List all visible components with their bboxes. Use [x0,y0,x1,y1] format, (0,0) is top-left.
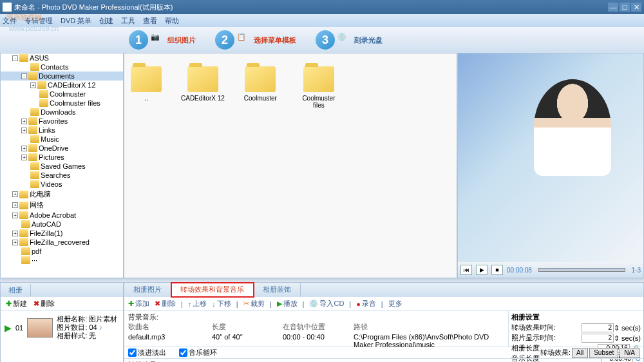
trans-na-button[interactable]: N/A [620,348,639,358]
play-button[interactable]: ▶ [476,265,488,275]
menu-file[interactable]: 文件 [3,16,17,26]
tree-item[interactable]: +FileZilla(1) [1,229,123,238]
loop-checkbox[interactable]: 音乐循环 [179,348,217,357]
move-down-button[interactable]: ↓下移 [212,299,231,309]
tree-item[interactable]: Downloads [1,108,123,117]
template-icon: 📋 [237,33,251,47]
col-position: 在音轨中位置 [283,322,354,332]
stop-button[interactable]: ■ [491,265,503,275]
step-bar: 1📷组织图片 2📋选择菜单模板 3💿刻录光盘 [0,27,644,53]
new-album-button[interactable]: ✚新建 [6,299,27,309]
window-title: 未命名 - Photo DVD Maker Professional(试用版本) [14,3,608,12]
delete-album-button[interactable]: ✖删除 [33,299,55,309]
menu-view[interactable]: 查看 [143,16,157,26]
tree-item[interactable]: +网络 [1,200,123,211]
step-burn[interactable]: 3💿刻录光盘 [316,30,383,50]
folder-icon [21,256,30,264]
album-item[interactable]: ▶ 01 相册名称: 图片素材 图片数目: 04 ♪ 相册样式: 无 [3,314,120,341]
step-template[interactable]: 2📋选择菜单模板 [215,30,296,50]
tree-item[interactable]: -Documents [1,71,123,81]
tree-item[interactable]: +Links [1,126,123,135]
folder-item[interactable]: Coolmuster [244,66,277,102]
del-music-button[interactable]: ✖删除 [155,299,176,309]
album-index: 01 [15,324,23,332]
folder-icon [187,66,218,92]
step-organize[interactable]: 1📷组织图片 [129,30,196,50]
folder-item[interactable]: .. [131,66,162,102]
tree-toggle-icon[interactable]: + [12,202,18,208]
tab-photos[interactable]: 相册图片 [124,283,171,297]
maximize-button[interactable]: □ [620,3,630,12]
trans-all-button[interactable]: All [572,348,588,358]
tree-item[interactable]: Coolmuster [1,90,123,99]
col-length: 长度 [212,322,283,332]
tree-item[interactable]: Music [1,135,123,144]
plus-icon: ✚ [6,300,12,308]
tree-item[interactable]: pdf [1,247,123,256]
tree-item[interactable]: Searches [1,171,123,180]
tree-toggle-icon[interactable]: + [21,119,27,124]
trans-subset-button[interactable]: Subset [589,348,618,358]
col-song: 歌曲名 [128,322,212,332]
tree-toggle-icon[interactable]: + [21,146,27,151]
tree-toggle-icon[interactable]: + [21,155,27,160]
folder-icon [19,211,28,219]
tab-album[interactable]: 相册 [1,284,31,296]
folder-icon [39,99,48,107]
folder-icon [28,153,37,161]
col-path: 路径 [354,322,504,332]
tree-item[interactable]: Saved Games [1,162,123,171]
import-cd-button[interactable]: 💿导入CD [309,299,344,309]
tree-item[interactable]: +Adobe Acrobat [1,211,123,220]
folder-item[interactable]: Coolmuster files [296,66,341,109]
tree-item[interactable]: Videos [1,180,123,189]
tree-toggle-icon[interactable]: - [12,55,18,61]
photo-icon: 📷 [151,33,165,47]
tree-item[interactable]: Contacts [1,62,123,71]
menu-help[interactable]: 帮助 [165,16,179,26]
tab-transition-music[interactable]: 转场效果和背景音乐 [171,283,254,297]
tree-item[interactable]: +FileZilla_recovered [1,238,123,247]
move-up-button[interactable]: ↑上移 [188,299,207,309]
folder-icon [30,180,39,188]
tree-toggle-icon[interactable]: + [21,128,27,133]
close-button[interactable]: ✕ [631,3,641,12]
menu-dvd[interactable]: DVD 菜单 [61,16,91,26]
menu-style[interactable]: 创建 [99,16,113,26]
add-music-button[interactable]: ✚添加 [128,299,149,309]
more-button[interactable]: 更多 [388,299,402,309]
tree-toggle-icon[interactable]: + [12,213,18,218]
seek-slider[interactable] [538,268,625,272]
tree-item[interactable]: +此电脑 [1,189,123,200]
record-button[interactable]: ●录音 [356,299,376,309]
music-row[interactable]: default.mp3 40″ of 40″ 00:00 - 00:40 C:\… [128,333,504,348]
tree-item[interactable]: Coolmuster files [1,99,123,108]
tree-item[interactable]: +CADEditorX 12 [1,81,123,90]
tree-item[interactable]: +Pictures [1,153,123,162]
tree-toggle-icon[interactable]: - [21,73,27,79]
tree-item[interactable]: -ASUS [1,53,123,62]
menu-album[interactable]: 专辑管理 [24,16,53,26]
folder-icon [303,66,334,92]
menubar: 文件 专辑管理 DVD 菜单 创建 工具 查看 帮助 [0,14,644,27]
tab-decoration[interactable]: 相册装饰 [254,283,301,297]
preview-image [458,53,643,262]
tree-item[interactable]: AutoCAD [1,220,123,229]
minimize-button[interactable]: — [608,3,618,12]
folder-tree[interactable]: -ASUSContacts-Documents+CADEditorX 12Coo… [0,53,124,278]
tree-toggle-icon[interactable]: + [30,82,36,88]
fade-checkbox[interactable]: 淡进淡出 [128,348,166,357]
tree-toggle-icon[interactable]: + [12,231,18,236]
tree-toggle-icon[interactable]: + [12,191,18,197]
transition-time-input[interactable] [582,323,614,332]
trim-button[interactable]: ✂裁剪 [243,299,265,309]
prev-button[interactable]: ⏮ [460,265,472,275]
tree-toggle-icon[interactable]: + [12,240,18,245]
play-music-button[interactable]: ▶播放 [277,299,298,309]
photo-time-input[interactable] [582,334,614,343]
folder-item[interactable]: CADEditorX 12 [181,66,225,102]
tree-item[interactable]: +OneDrive [1,144,123,153]
tree-item[interactable]: +Favorites [1,117,123,126]
tree-item[interactable]: ··· [1,256,123,265]
menu-tools[interactable]: 工具 [121,16,135,26]
